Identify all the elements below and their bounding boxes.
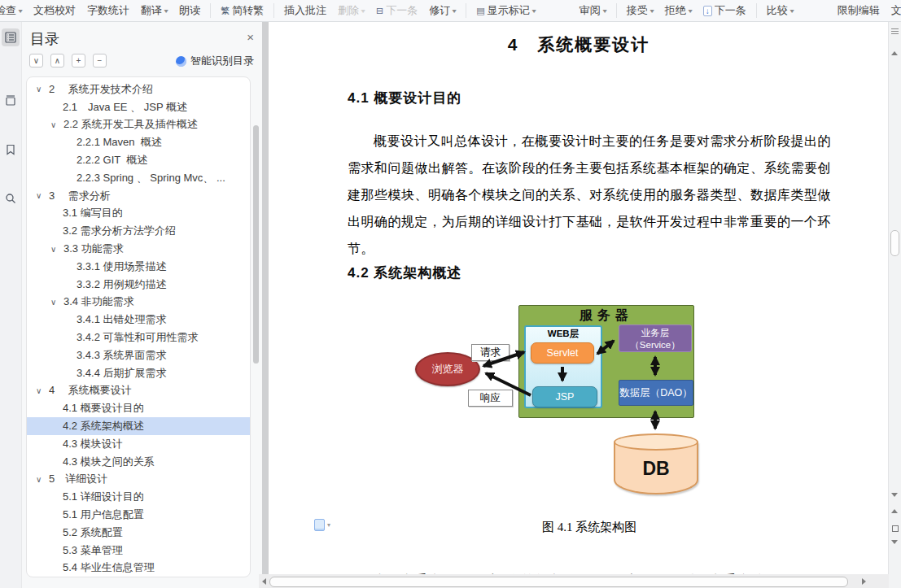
ribbon-button[interactable]: 文档权限 ▾ — [891, 3, 901, 18]
toc-item[interactable]: ∨ 3.4.1 出错处理需求 — [27, 311, 250, 329]
previous-page-button[interactable] — [891, 509, 898, 513]
database-cylinder: DB — [614, 433, 698, 494]
toc-item[interactable]: ∨ 3.3 功能需求 — [27, 240, 250, 258]
bookmark-panel-icon[interactable] — [2, 141, 20, 159]
ribbon-button-label: 插入批注 — [284, 3, 326, 18]
toc-item[interactable]: ∨ 2.2.3 Spring 、 Spring Mvc、 ... — [27, 169, 250, 187]
toc-item[interactable]: ∨ 5.1 详细设计目的 — [27, 488, 250, 506]
ribbon-button[interactable]: ↓ 下一条 ▾ — [703, 3, 746, 18]
toc-item-label: 3.4.1 出错处理需求 — [77, 312, 167, 327]
search-panel-icon[interactable] — [2, 189, 20, 207]
toc-item[interactable]: ∨ 5.4 毕业生信息管理 — [27, 560, 250, 577]
chevron-down-icon[interactable]: ∨ — [50, 245, 63, 254]
collapse-heading-button[interactable]: ∨ — [29, 54, 43, 68]
ribbon-button-label: 文档权限 — [891, 3, 901, 18]
toc-item-label: 4.1 概要设计目的 — [63, 401, 144, 416]
ribbon-button[interactable]: 翻译 ▾ — [141, 3, 168, 18]
toc-item[interactable]: ∨ 5.1 用户信息配置 — [27, 506, 250, 524]
toc-item[interactable]: ∨ 3.4 非功能需求 — [27, 294, 250, 311]
chevron-down-icon: ▾ — [688, 7, 692, 15]
toc-item[interactable]: ∨ 4.3 模块之间的关系 — [27, 453, 250, 471]
ribbon-button-label: 字数统计 — [87, 3, 129, 18]
chevron-down-icon[interactable]: ∨ — [36, 475, 49, 484]
toc-item-label: 3.2 需求分析方法学介绍 — [63, 224, 176, 238]
chevron-down-icon[interactable]: ∨ — [36, 191, 49, 200]
expand-heading-button[interactable]: ∧ — [50, 54, 64, 68]
toc-item[interactable]: ∨ 2.1 Java EE 、 JSP 概述 — [27, 98, 250, 116]
chapter-heading: 4 系统概要设计 — [269, 33, 889, 56]
chevron-down-icon: ▾ — [650, 7, 654, 15]
db-cylinder-lid — [614, 433, 698, 451]
scroll-right-arrow[interactable] — [862, 578, 866, 585]
toc-item[interactable]: ∨ 3.3.1 使用场景描述 — [27, 258, 250, 276]
chevron-down-icon[interactable]: ∨ — [50, 298, 63, 307]
toc-item[interactable]: ∨ 3.4.2 可靠性和可用性需求 — [27, 329, 250, 346]
scroll-up-arrow[interactable] — [891, 51, 898, 55]
close-icon[interactable]: × — [247, 30, 254, 44]
collapse-all-button[interactable]: − — [93, 54, 107, 68]
toc-item[interactable]: ∨ 4 系统概要设计 — [27, 382, 250, 400]
ribbon-button-icon: ⊟ — [376, 7, 383, 15]
chevron-down-icon[interactable]: ∨ — [36, 386, 49, 395]
scroll-down-arrow[interactable] — [891, 493, 898, 497]
scroll-left-arrow[interactable] — [262, 578, 266, 585]
expand-all-button[interactable]: + — [72, 54, 85, 68]
toc-item-label: 3.4.4 后期扩展需求 — [77, 366, 167, 381]
toc-item-label: 5.2 系统配置 — [63, 525, 123, 540]
smart-recognize-label: 智能识别目录 — [190, 54, 254, 68]
pages-panel-icon[interactable] — [2, 92, 20, 110]
toc-item[interactable]: ∨ 5.2 系统配置 — [27, 524, 250, 542]
ribbon-button[interactable]: 审阅 ▾ — [580, 3, 606, 18]
vertical-scrollbar[interactable] — [888, 22, 901, 588]
toc-scrollbar-thumb[interactable] — [253, 125, 259, 364]
ribbon-button[interactable]: 文档校对 ▾ — [33, 3, 76, 18]
toc-item[interactable]: ∨ 3 需求分析 — [27, 187, 250, 205]
toc-item[interactable]: ∨ 3.4.4 后期扩展需求 — [27, 364, 250, 382]
ribbon-button[interactable]: 限制编辑 ▾ — [838, 3, 880, 18]
outline-panel-icon[interactable] — [2, 28, 20, 46]
toc-item[interactable]: ∨ 5.3 菜单管理 — [27, 542, 250, 560]
toc-item[interactable]: ∨ 2.2.2 GIT 概述 — [27, 151, 250, 169]
page-options-button[interactable]: ▾ — [314, 519, 330, 531]
ribbon-button-label: 文档校对 — [33, 3, 76, 18]
toc-item[interactable]: ∨ 2.2.1 Maven 概述 — [27, 133, 250, 151]
review-ribbon: 拼写检查 ▾ 文档校对 ▾ 字数统计 ▾ 翻译 ▾ 朗读 ▾ 繁 简转繁 ▾ 插… — [0, 0, 901, 22]
toc-item-label: 3 需求分析 — [49, 189, 111, 203]
chevron-down-icon: ▾ — [361, 7, 365, 15]
ribbon-button[interactable]: ▤ 显示标记 ▾ — [466, 3, 535, 18]
toc-item[interactable]: ∨ 4.2 系统架构概述 — [27, 417, 250, 435]
ribbon-button[interactable]: 删除 ▾ — [338, 3, 365, 18]
ribbon-button[interactable]: 拒绝 ▾ — [665, 3, 692, 18]
ribbon-button[interactable]: 接受 ▾ — [616, 3, 654, 18]
ribbon-button[interactable]: 比较 ▾ — [756, 3, 794, 18]
chevron-down-icon: ▾ — [18, 7, 22, 15]
document-page[interactable]: 4 系统概要设计 4.1 概要设计目的 概要设计又叫总体设计，在概要设计时主要的… — [269, 22, 889, 588]
ribbon-button[interactable]: 繁 简转繁 ▾ — [210, 3, 264, 18]
toc-item[interactable]: ∨ 4.3 模块设计 — [27, 435, 250, 453]
ribbon-button[interactable]: ⊟ 下一条 ▾ — [376, 3, 418, 18]
ribbon-button[interactable]: 修订 ▾ — [429, 3, 456, 18]
toc-item[interactable]: ∨ 3.3.2 用例规约描述 — [27, 276, 250, 294]
vertical-scrollbar-thumb[interactable] — [890, 230, 899, 256]
chevron-down-icon: ▾ — [327, 521, 330, 529]
next-page-button[interactable] — [891, 540, 898, 544]
smart-recognize-toc-button[interactable]: 智能识别目录 — [176, 54, 254, 68]
toc-item[interactable]: ∨ 3.4.3 系统界面需求 — [27, 346, 250, 364]
architecture-figure-image[interactable]: 服务器 WEB层 Servlet JSP 业务层 （Service） 数据层（D… — [409, 304, 724, 503]
toc-item[interactable]: ∨ 4.1 概要设计目的 — [27, 399, 250, 417]
toc-item[interactable]: ∨ 3.1 编写目的 — [27, 205, 250, 223]
toc-item[interactable]: ∨ 3.2 需求分析方法学介绍 — [27, 222, 250, 240]
ribbon-button[interactable]: 拼写检查 ▾ — [0, 3, 22, 18]
ribbon-button[interactable]: 朗读 ▾ — [179, 3, 200, 18]
ribbon-button[interactable]: 字数统计 ▾ — [87, 3, 129, 18]
horizontal-scrollbar[interactable] — [259, 574, 889, 588]
select-browse-object-button[interactable] — [892, 525, 899, 532]
chevron-down-icon[interactable]: ∨ — [36, 85, 49, 94]
toc-item[interactable]: ∨ 2.2 系统开发工具及插件概述 — [27, 116, 250, 134]
toc-item[interactable]: ∨ 2 系统开发技术介绍 — [27, 81, 250, 98]
chevron-down-icon[interactable]: ∨ — [50, 120, 63, 129]
ruler-toggle-icon[interactable] — [891, 28, 899, 35]
horizontal-scrollbar-thumb[interactable] — [269, 577, 848, 587]
ribbon-button[interactable]: 插入批注 ▾ — [273, 3, 326, 18]
toc-item[interactable]: ∨ 5 详细设计 — [27, 471, 250, 489]
